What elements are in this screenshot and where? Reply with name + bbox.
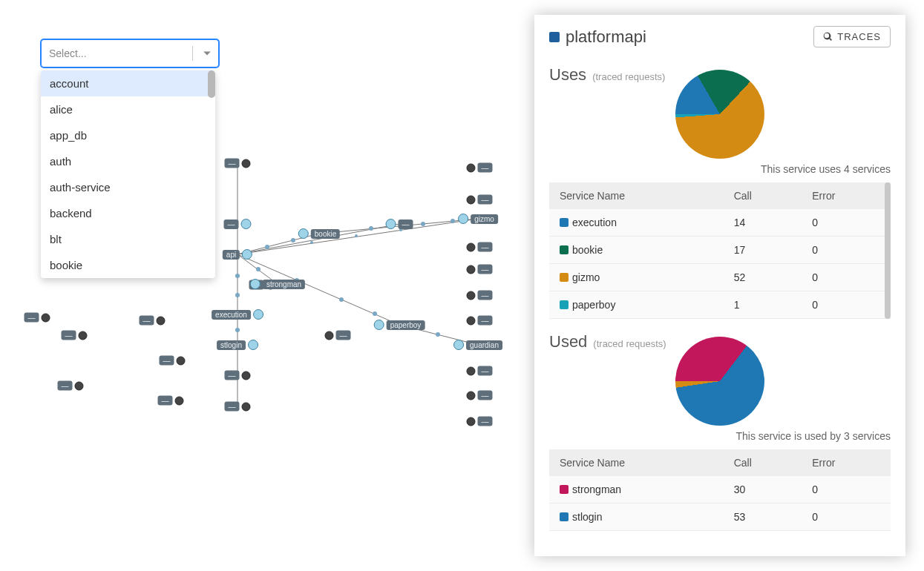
- select-option[interactable]: blt: [41, 226, 215, 252]
- uses-table: Service Name Call Error execution140book…: [549, 182, 891, 319]
- graph-node-label: bookie: [311, 229, 340, 239]
- graph-node[interactable]: —: [467, 195, 493, 205]
- graph-node[interactable]: —: [467, 163, 493, 173]
- graph-node[interactable]: —: [467, 242, 493, 252]
- service-color-swatch: [549, 32, 560, 42]
- cell-service-name: gizmo: [549, 264, 724, 291]
- graph-node-guardian[interactable]: guardian: [453, 340, 502, 350]
- panel-title: platformapi: [566, 27, 813, 47]
- service-select-control[interactable]: [41, 39, 219, 67]
- graph-node-paperboy[interactable]: paperboy: [374, 320, 425, 330]
- graph-node[interactable]: —: [325, 331, 351, 340]
- service-select-input[interactable]: [42, 40, 189, 67]
- graph-node[interactable]: —: [225, 402, 251, 412]
- service-color-swatch: [560, 512, 569, 521]
- graph-node[interactable]: —: [467, 316, 493, 326]
- chevron-down-icon[interactable]: [196, 40, 218, 67]
- dropdown-scrollbar[interactable]: [208, 70, 215, 98]
- graph-node[interactable]: —: [58, 381, 84, 391]
- used-title: Used: [549, 332, 587, 351]
- select-option[interactable]: account: [41, 70, 215, 96]
- graph-node-selected[interactable]: api: [223, 249, 252, 260]
- graph-node[interactable]: —: [140, 316, 166, 326]
- table-row[interactable]: strongman300: [549, 476, 891, 504]
- graph-node[interactable]: —: [224, 219, 252, 229]
- svg-point-17: [450, 219, 455, 223]
- svg-point-22: [339, 297, 344, 302]
- cell-error: 0: [802, 476, 891, 504]
- traces-button[interactable]: TRACES: [813, 26, 891, 47]
- graph-node[interactable]: —: [24, 313, 50, 323]
- table-row[interactable]: paperboy10: [549, 291, 891, 319]
- graph-node[interactable]: —: [467, 391, 493, 400]
- svg-line-2: [237, 219, 478, 254]
- select-option[interactable]: auth: [41, 148, 215, 174]
- service-detail-panel: platformapi TRACES Uses (traced requests…: [534, 15, 905, 556]
- cell-error: 0: [802, 264, 891, 291]
- used-pie-wrap: [549, 337, 891, 426]
- select-option[interactable]: alice: [41, 96, 215, 122]
- graph-node[interactable]: —: [386, 219, 413, 229]
- service-color-swatch: [560, 485, 569, 494]
- select-divider: [192, 46, 193, 61]
- col-error: Error: [802, 449, 891, 476]
- cell-service-name: paperboy: [549, 291, 724, 319]
- graph-node[interactable]: —: [62, 331, 88, 340]
- service-select-menu[interactable]: account alice app_db auth auth-service b…: [41, 70, 215, 278]
- table-row[interactable]: bookie170: [549, 237, 891, 264]
- svg-point-15: [369, 226, 373, 231]
- graph-node-label: api: [223, 250, 240, 260]
- svg-point-13: [265, 245, 269, 249]
- used-pie-chart: [675, 337, 764, 426]
- select-option[interactable]: backend: [41, 200, 215, 226]
- svg-point-23: [373, 311, 377, 316]
- uses-pie-wrap: [549, 70, 891, 159]
- graph-node[interactable]: —: [467, 265, 493, 274]
- svg-point-25: [235, 274, 240, 278]
- col-service-name: Service Name: [549, 182, 724, 209]
- cell-service-name: stlogin: [549, 504, 724, 531]
- col-call: Call: [724, 182, 802, 209]
- graph-node[interactable]: —: [225, 371, 251, 380]
- svg-point-24: [436, 332, 440, 337]
- graph-node-execution[interactable]: execution: [212, 309, 263, 320]
- table-row[interactable]: stlogin530: [549, 504, 891, 531]
- cell-call: 14: [724, 209, 802, 237]
- table-row[interactable]: gizmo520: [549, 264, 891, 291]
- cell-service-name: execution: [549, 209, 724, 237]
- graph-node[interactable]: —: [467, 291, 493, 300]
- graph-node-label: guardian: [466, 340, 502, 350]
- uses-table-scrollbar[interactable]: [885, 182, 891, 319]
- graph-node[interactable]: —: [158, 396, 184, 406]
- graph-node-gizmo[interactable]: gizmo: [458, 214, 498, 224]
- graph-node[interactable]: —: [160, 356, 186, 366]
- cell-error: 0: [802, 504, 891, 531]
- graph-node[interactable]: —: [467, 366, 493, 376]
- svg-point-27: [235, 328, 240, 332]
- uses-subtitle: (traced requests): [592, 71, 665, 82]
- traces-button-label: TRACES: [837, 31, 881, 42]
- graph-node-bookie[interactable]: bookie: [298, 228, 340, 239]
- svg-point-19: [355, 234, 358, 237]
- service-color-swatch: [560, 300, 569, 309]
- panel-body[interactable]: Uses (traced requests) This service uses…: [534, 55, 905, 556]
- cell-error: 0: [802, 237, 891, 264]
- graph-node[interactable]: —: [225, 159, 251, 168]
- graph-node-label: gizmo: [471, 214, 498, 224]
- select-option[interactable]: bookie: [41, 252, 215, 278]
- table-row[interactable]: execution140: [549, 209, 891, 237]
- uses-summary: This service uses 4 services: [549, 163, 891, 175]
- svg-point-28: [256, 267, 261, 271]
- graph-node-label: stlogin: [217, 340, 246, 350]
- service-select[interactable]: account alice app_db auth auth-service b…: [41, 39, 219, 67]
- dependency-graph-canvas[interactable]: — — — — — — — — — — — — — — — — — — — — …: [0, 0, 534, 571]
- select-option[interactable]: app_db: [41, 122, 215, 148]
- graph-node-stlogin[interactable]: stlogin: [217, 340, 258, 350]
- svg-point-14: [291, 238, 295, 242]
- cell-service-name: bookie: [549, 237, 724, 264]
- graph-node[interactable]: —: [467, 417, 493, 426]
- select-option[interactable]: auth-service: [41, 174, 215, 200]
- table-header-row: Service Name Call Error: [549, 182, 891, 209]
- graph-node-strongman[interactable]: strongman: [250, 279, 305, 289]
- service-color-swatch: [560, 245, 569, 254]
